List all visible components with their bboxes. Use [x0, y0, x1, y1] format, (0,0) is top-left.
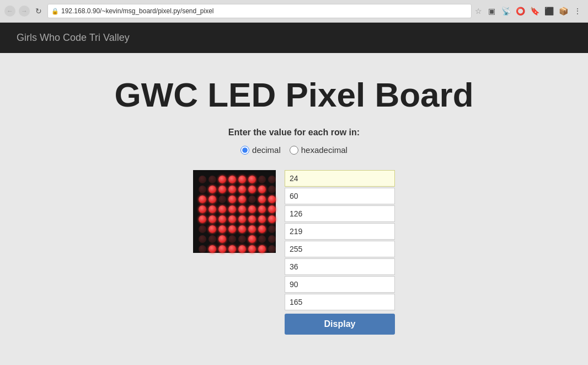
led-cell — [199, 186, 206, 193]
led-cell — [209, 195, 216, 203]
browser-chrome: ← → ↻ 🔒 ☆ ▣ 📡 ⭕ 🔖 ⬛ 📦 ⋮ — [0, 0, 588, 23]
led-cell — [209, 235, 216, 243]
led-cell — [268, 245, 276, 253]
extension-icon-5[interactable]: ⬛ — [543, 5, 555, 17]
led-cell — [258, 186, 266, 193]
row-input-7[interactable] — [285, 294, 395, 310]
led-cell — [209, 205, 216, 213]
led-cell — [218, 205, 226, 213]
led-cell — [238, 176, 246, 183]
main-content: GWC LED Pixel Board Enter the value for … — [0, 53, 588, 357]
back-button[interactable]: ← — [4, 6, 15, 17]
led-cell — [228, 176, 236, 183]
led-cell — [248, 225, 256, 233]
led-cell — [199, 176, 206, 183]
browser-toolbar: ← → ↻ 🔒 ☆ ▣ 📡 ⭕ 🔖 ⬛ 📦 ⋮ — [0, 0, 588, 22]
led-cell — [218, 195, 226, 203]
led-cell — [248, 186, 256, 193]
led-cell — [228, 186, 236, 193]
led-cell — [238, 235, 246, 243]
led-cell — [218, 235, 226, 243]
row-input-3[interactable] — [285, 223, 395, 240]
extension-icon-1[interactable]: ▣ — [485, 5, 498, 17]
led-cell — [258, 176, 266, 183]
row-input-0[interactable] — [285, 170, 395, 187]
led-cell — [268, 186, 276, 193]
led-cell — [248, 195, 256, 203]
row-input-2[interactable] — [285, 205, 395, 222]
extension-icon-3[interactable]: ⭕ — [514, 5, 526, 17]
menu-button[interactable]: ⋮ — [571, 5, 584, 17]
hexadecimal-radio-label[interactable]: hexadecimal — [290, 145, 348, 155]
page-title: GWC LED Pixel Board — [114, 75, 473, 114]
forward-button[interactable]: → — [19, 6, 30, 17]
led-cell — [218, 186, 226, 193]
address-bar-input[interactable] — [61, 7, 468, 15]
led-cell — [199, 215, 206, 223]
led-cell — [248, 205, 256, 213]
led-cell — [238, 215, 246, 223]
extension-icon-4[interactable]: 🔖 — [528, 5, 541, 17]
led-cell — [258, 225, 266, 233]
led-cell — [238, 186, 246, 193]
reload-button[interactable]: ↻ — [33, 6, 44, 17]
led-cell — [218, 245, 226, 253]
led-cell — [268, 215, 276, 223]
led-cell — [248, 176, 256, 183]
led-cell — [248, 245, 256, 253]
led-cell — [199, 195, 206, 203]
led-cell — [199, 205, 206, 213]
led-grid — [193, 170, 276, 253]
led-cell — [209, 215, 216, 223]
app-title: Girls Who Code Tri Valley — [17, 32, 130, 44]
led-cell — [218, 176, 226, 183]
led-cell — [268, 225, 276, 233]
led-cell — [258, 215, 266, 223]
subtitle: Enter the value for each row in: — [228, 128, 360, 137]
led-cell — [199, 245, 206, 253]
led-cell — [248, 215, 256, 223]
led-cell — [228, 205, 236, 213]
decimal-radio-label[interactable]: decimal — [240, 145, 281, 155]
led-cell — [248, 235, 256, 243]
led-cell — [258, 235, 266, 243]
led-cell — [268, 176, 276, 183]
decimal-radio[interactable] — [240, 146, 249, 155]
input-column: Display — [285, 170, 395, 335]
led-cell — [238, 205, 246, 213]
decimal-label: decimal — [252, 145, 281, 155]
led-cell — [258, 195, 266, 203]
format-radio-group: decimal hexadecimal — [240, 145, 348, 155]
led-cell — [209, 245, 216, 253]
hexadecimal-label: hexadecimal — [301, 145, 348, 155]
led-cell — [228, 215, 236, 223]
bookmark-button[interactable]: ☆ — [475, 7, 482, 15]
display-button[interactable]: Display — [285, 314, 395, 335]
led-cell — [238, 225, 246, 233]
address-bar-container: 🔒 — [47, 4, 472, 18]
hexadecimal-radio[interactable] — [290, 146, 298, 155]
led-cell — [228, 195, 236, 203]
row-input-4[interactable] — [285, 241, 395, 257]
led-cell — [228, 225, 236, 233]
led-cell — [268, 205, 276, 213]
app-header: Girls Who Code Tri Valley — [0, 23, 588, 53]
led-cell — [238, 245, 246, 253]
extension-icon-6[interactable]: 📦 — [557, 5, 569, 17]
browser-extension-icons: ▣ 📡 ⭕ 🔖 ⬛ 📦 ⋮ — [485, 5, 584, 17]
extension-icon-2[interactable]: 📡 — [500, 5, 512, 17]
led-cell — [268, 195, 276, 203]
lock-icon: 🔒 — [51, 8, 59, 15]
row-input-6[interactable] — [285, 276, 395, 293]
row-input-5[interactable] — [285, 258, 395, 275]
led-cell — [228, 235, 236, 243]
led-cell — [218, 225, 226, 233]
led-cell — [199, 225, 206, 233]
led-cell — [209, 186, 216, 193]
led-cell — [199, 235, 206, 243]
led-cell — [209, 176, 216, 183]
pixel-section: Display — [193, 170, 395, 335]
led-cell — [258, 205, 266, 213]
row-input-1[interactable] — [285, 188, 395, 204]
led-cell — [238, 195, 246, 203]
